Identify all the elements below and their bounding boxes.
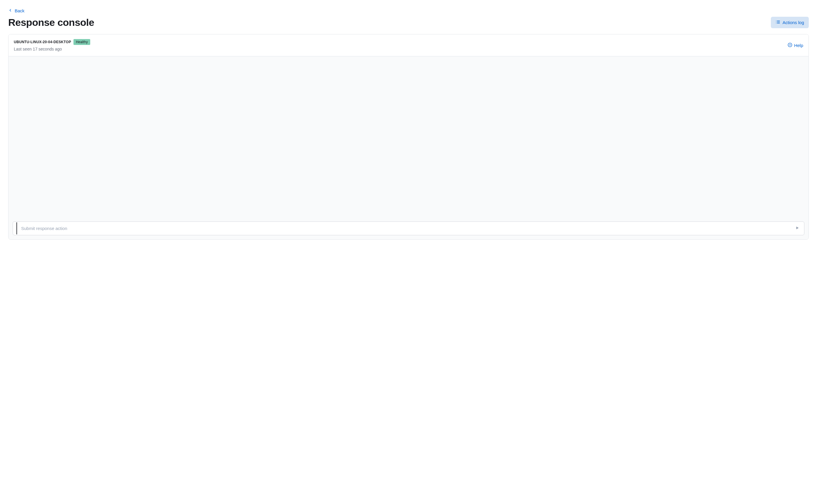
svg-point-7 — [789, 44, 791, 46]
page-header: Response console Actions log — [8, 17, 809, 28]
actions-log-button[interactable]: Actions log — [771, 17, 809, 28]
help-link[interactable]: Help — [788, 43, 803, 48]
panel-header: UBUNTU-LINUX-20-04-DESKTOP Healthy Last … — [9, 34, 808, 56]
play-icon — [795, 226, 799, 231]
help-icon — [788, 43, 792, 48]
console-panel: UBUNTU-LINUX-20-04-DESKTOP Healthy Last … — [8, 34, 809, 240]
page-title: Response console — [8, 17, 94, 28]
host-name: UBUNTU-LINUX-20-04-DESKTOP — [14, 40, 71, 44]
list-icon — [776, 20, 780, 25]
status-badge: Healthy — [73, 39, 90, 45]
chevron-left-icon — [8, 8, 12, 13]
panel-header-left: UBUNTU-LINUX-20-04-DESKTOP Healthy Last … — [14, 39, 90, 51]
host-row: UBUNTU-LINUX-20-04-DESKTOP Healthy — [14, 39, 90, 45]
panel-body — [9, 56, 808, 239]
console-output — [9, 56, 808, 217]
back-label: Back — [15, 8, 24, 13]
actions-log-label: Actions log — [783, 20, 804, 25]
command-input-row — [13, 221, 804, 235]
svg-marker-8 — [796, 226, 799, 229]
help-label: Help — [794, 43, 803, 48]
last-seen: Last seen 17 seconds ago — [14, 47, 90, 51]
svg-point-6 — [788, 43, 792, 47]
command-input[interactable] — [16, 222, 793, 234]
submit-button[interactable] — [793, 224, 801, 233]
back-link[interactable]: Back — [8, 8, 24, 13]
